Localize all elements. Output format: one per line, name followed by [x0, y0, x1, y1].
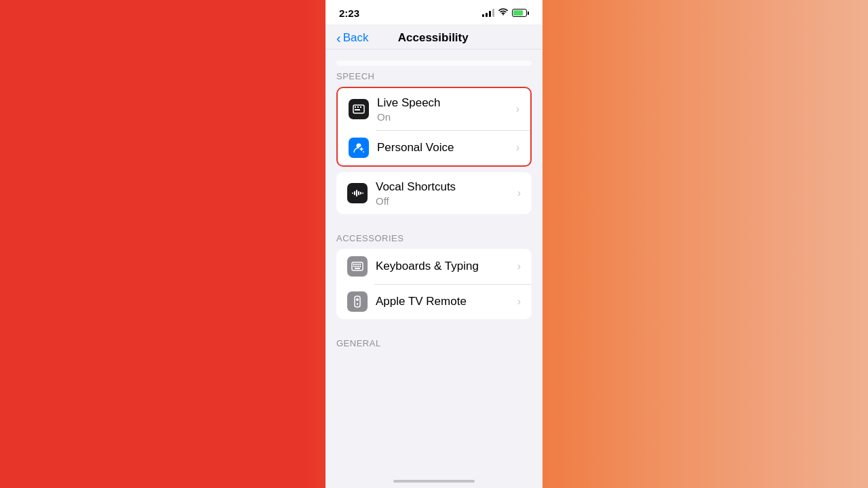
svg-rect-2: [357, 106, 359, 108]
vocal-shortcuts-subtitle: Off: [376, 195, 512, 207]
page-title: Accessibility: [368, 31, 498, 45]
keyboards-icon: [347, 256, 368, 277]
svg-rect-14: [353, 264, 355, 265]
personal-voice-title: Personal Voice: [377, 140, 511, 155]
back-chevron-icon: ‹: [336, 31, 341, 45]
accessories-group: Keyboards & Typing › Apple TV Remote ›: [336, 249, 532, 319]
live-speech-title: Live Speech: [377, 96, 511, 110]
personal-voice-icon: [349, 138, 369, 158]
svg-rect-12: [362, 192, 363, 194]
vocal-shortcuts-title: Vocal Shortcuts: [376, 180, 512, 195]
status-bar: 2:23: [326, 0, 542, 24]
svg-rect-23: [355, 296, 360, 307]
keyboards-typing-chevron-icon: ›: [517, 260, 521, 272]
keyboards-typing-title: Keyboards & Typing: [376, 259, 512, 274]
apple-tv-remote-icon: [347, 291, 368, 312]
svg-rect-7: [352, 192, 353, 194]
svg-rect-15: [355, 264, 357, 265]
svg-point-24: [356, 298, 359, 301]
settings-content: SPEECH Live Speech On ›: [326, 49, 542, 474]
svg-rect-21: [359, 266, 361, 267]
apple-tv-remote-title: Apple TV Remote: [376, 294, 512, 309]
svg-rect-8: [354, 191, 355, 195]
spacer-1: [326, 220, 542, 233]
vocal-shortcuts-row[interactable]: Vocal Shortcuts Off ›: [336, 172, 532, 214]
apple-tv-remote-chevron-icon: ›: [517, 296, 521, 308]
svg-rect-18: [353, 266, 355, 267]
keyboards-typing-row[interactable]: Keyboards & Typing ›: [336, 249, 532, 284]
scroll-indicator: [336, 60, 532, 66]
personal-voice-content: Personal Voice: [377, 140, 511, 155]
svg-rect-22: [355, 268, 360, 269]
wifi-icon: [498, 8, 509, 18]
vocal-shortcuts-content: Vocal Shortcuts Off: [376, 180, 512, 207]
back-label: Back: [343, 31, 369, 45]
signal-icon: [482, 9, 494, 17]
svg-rect-19: [355, 266, 357, 267]
speech-group: Live Speech On › Personal Voice: [336, 87, 532, 167]
svg-rect-3: [360, 106, 361, 108]
navigation-bar: ‹ Back Accessibility: [326, 24, 542, 49]
personal-voice-row[interactable]: Personal Voice ›: [338, 130, 530, 165]
svg-rect-20: [357, 266, 359, 267]
section-header-accessories: ACCESSORIES: [326, 233, 542, 249]
status-time: 2:23: [339, 7, 359, 19]
svg-rect-17: [359, 264, 361, 265]
svg-rect-11: [360, 192, 361, 195]
svg-rect-10: [358, 191, 359, 195]
personal-voice-chevron-icon: ›: [516, 142, 519, 154]
spacer-2: [326, 325, 542, 338]
home-bar: [393, 480, 475, 483]
live-speech-row[interactable]: Live Speech On ›: [338, 88, 530, 130]
vocal-shortcuts-icon: [347, 183, 368, 203]
live-speech-content: Live Speech On: [377, 96, 511, 123]
svg-rect-16: [357, 264, 359, 265]
vocal-shortcuts-group: Vocal Shortcuts Off ›: [336, 172, 532, 214]
svg-rect-1: [355, 106, 356, 108]
svg-rect-25: [357, 303, 358, 305]
home-indicator: [326, 474, 542, 488]
back-button[interactable]: ‹ Back: [336, 31, 368, 45]
live-speech-icon: [349, 99, 369, 119]
section-header-speech: SPEECH: [326, 71, 542, 87]
live-speech-subtitle: On: [377, 111, 511, 123]
battery-icon: [512, 9, 529, 17]
svg-rect-4: [355, 109, 360, 110]
phone-screen: 2:23: [326, 0, 542, 488]
keyboards-typing-content: Keyboards & Typing: [376, 259, 512, 274]
section-header-general: GENERAL: [326, 338, 542, 354]
status-icons: [482, 8, 529, 18]
live-speech-chevron-icon: ›: [516, 103, 519, 115]
apple-tv-remote-row[interactable]: Apple TV Remote ›: [336, 284, 532, 319]
apple-tv-remote-content: Apple TV Remote: [376, 294, 512, 309]
svg-rect-9: [356, 190, 357, 197]
vocal-shortcuts-chevron-icon: ›: [517, 187, 521, 199]
